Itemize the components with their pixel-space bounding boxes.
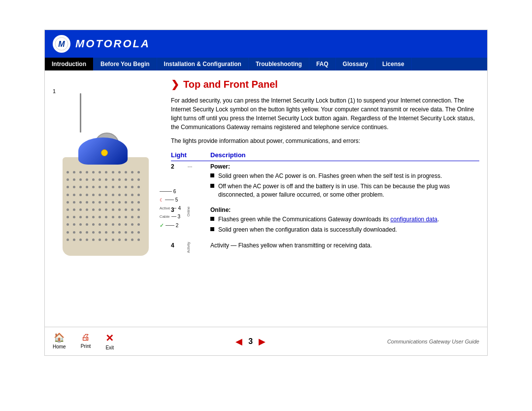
lights-intro-text: The lights provide information about pow…: [171, 137, 479, 144]
light-num-4: 4: [171, 240, 187, 256]
nav-item-before[interactable]: Before You Begin: [94, 58, 157, 70]
table-row: 4 Activity Activity — Flashes yellow whe…: [171, 240, 479, 256]
device-antenna: [80, 93, 81, 133]
nav-item-introduction[interactable]: Introduction: [45, 58, 94, 70]
right-panel: ❯ Top and Front Panel For added security…: [171, 78, 479, 319]
content-area: 1 // Will be rendered by JS below M: [45, 70, 487, 327]
power-bullets: Solid green when the AC power is on. Fla…: [210, 172, 475, 199]
activity-desc: Activity — Flashes yellow when transmitt…: [210, 242, 372, 249]
device-illustration: 1 // Will be rendered by JS below M: [53, 88, 156, 256]
bullet-text: Solid green when the configuration data …: [218, 226, 397, 234]
nav-item-installation[interactable]: Installation & Configuration: [157, 58, 249, 70]
light-icon-online: Online: [187, 205, 210, 240]
exit-icon: ✕: [105, 332, 114, 344]
next-page-button[interactable]: ▶: [259, 336, 266, 347]
home-icon: 🏠: [54, 332, 65, 343]
title-arrow-icon: ❯: [171, 78, 179, 90]
prev-page-button[interactable]: ◀: [235, 336, 242, 347]
guide-title: Communications Gateway User Guide: [387, 339, 479, 344]
activity-label: Activity: [187, 242, 190, 253]
table-row: 3 Online Online: Flashes green while the…: [171, 205, 479, 240]
light-icon-activity: Activity: [187, 240, 210, 256]
motorola-logo: M MOTOROLA: [53, 35, 150, 53]
light-icon-power: ⟋: [187, 161, 210, 205]
light-table: Light Description 2 ⟋ Power:: [171, 149, 479, 256]
bullet-text: Off when the AC power is off and the bat…: [218, 182, 475, 199]
list-item: Flashes green while the Communications G…: [210, 215, 475, 224]
light-desc-online: Online: Flashes green while the Communic…: [210, 205, 479, 240]
print-icon: 🖨: [81, 332, 90, 342]
page-title: ❯ Top and Front Panel: [171, 78, 479, 90]
print-button[interactable]: 🖨 Print: [81, 332, 91, 350]
light-desc-power: Power: Solid green when the AC power is …: [210, 161, 479, 205]
online-title: Online:: [210, 206, 475, 213]
nav-item-license[interactable]: License: [375, 58, 412, 70]
nav-bar: Introduction Before You Begin Installati…: [45, 58, 487, 70]
bullet-icon: [210, 227, 214, 231]
table-row: 2 ⟋ Power: Solid green when the AC power…: [171, 161, 479, 205]
page-number: 3: [248, 337, 253, 346]
exit-button[interactable]: ✕ Exit: [105, 332, 114, 350]
home-label: Home: [53, 344, 66, 349]
footer-buttons: 🏠 Home 🖨 Print ✕ Exit: [53, 332, 114, 350]
bullet-icon: [210, 184, 214, 188]
page-title-text: Top and Front Panel: [183, 79, 278, 90]
list-item: Off when the AC power is off and the bat…: [210, 182, 475, 199]
footer-bar: 🏠 Home 🖨 Print ✕ Exit ◀ 3 ▶ Communicatio…: [45, 327, 487, 355]
left-panel: 1 // Will be rendered by JS below M: [53, 78, 161, 319]
nav-item-troubleshooting[interactable]: Troubleshooting: [249, 58, 309, 70]
power-title: Power:: [210, 163, 475, 170]
header-bar: M MOTOROLA: [45, 30, 487, 58]
intro-paragraph-1: For added security, you can press the In…: [171, 96, 479, 132]
nav-item-glossary[interactable]: Glossary: [336, 58, 375, 70]
exit-label: Exit: [105, 345, 114, 350]
page-navigation: ◀ 3 ▶: [235, 336, 266, 347]
page-wrapper: M MOTOROLA Introduction Before You Begin…: [44, 30, 488, 356]
col-description: Description: [210, 149, 479, 161]
device-indicators: 6 ☾ 5 Active 4: [160, 189, 181, 229]
home-button[interactable]: 🏠 Home: [53, 332, 66, 350]
online-bullets: Flashes green while the Communications G…: [210, 215, 475, 234]
print-label: Print: [81, 343, 91, 349]
nav-item-faq[interactable]: FAQ: [309, 58, 336, 70]
list-item: Solid green when the AC power is on. Fla…: [210, 172, 475, 180]
bullet-text: Flashes green while the Communications G…: [218, 215, 439, 224]
light-desc-activity: Activity — Flashes yellow when transmitt…: [210, 240, 479, 256]
list-item: Solid green when the configuration data …: [210, 226, 475, 234]
device-label-1: 1: [53, 88, 56, 94]
device-lock-button[interactable]: [101, 149, 108, 156]
col-light: Light: [171, 149, 210, 161]
config-data-link[interactable]: configuration data: [391, 216, 437, 223]
bullet-icon: [210, 173, 214, 177]
motorola-text: MOTOROLA: [75, 37, 150, 50]
svg-text:M: M: [58, 40, 65, 48]
online-label: Online: [187, 206, 190, 216]
bullet-icon: [210, 217, 214, 221]
motorola-logo-symbol: M: [53, 35, 70, 53]
bullet-text: Solid green when the AC power is on. Fla…: [218, 172, 442, 180]
